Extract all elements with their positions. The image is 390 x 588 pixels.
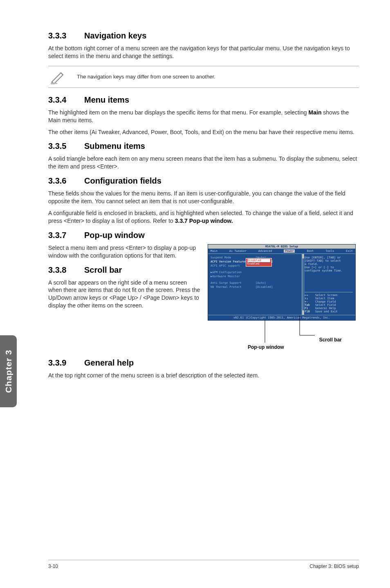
figure-labels: Scroll bar Pop-up window [208,328,359,352]
heading-335: 3.3.5Submenu items [48,141,359,151]
heading-334: 3.3.4Menu items [48,95,359,105]
bios-menubar: Main Ai Tweaker Advanced Power Boot Tool… [208,249,355,254]
heading-338: 3.3.8Scroll bar [48,265,200,275]
secnum: 3.3.6 [48,176,84,186]
heading-333: 3.3.3Navigation keys [48,31,359,40]
pencil-icon [49,70,66,84]
footer-chapter-title: Chapter 3: BIOS setup [309,563,359,569]
sectitle: General help [84,358,134,367]
bios-left-panel: Suspend Mode[Auto] ACPI Version Features… [208,254,302,315]
sectitle: Navigation keys [84,31,146,40]
chapter-tab: Chapter 3 [0,335,17,407]
bios-title: M5A78L-M BIOS Setup [208,245,355,249]
para: Select a menu item and press <Enter> to … [48,244,200,260]
sectitle: Pop-up window [84,231,145,240]
heading-336: 3.3.6Configuration fields [48,176,359,186]
popup-window-label: Pop-up window [248,344,284,350]
sectitle: Menu items [84,95,129,104]
para: The highlighted item on the menu bar dis… [48,109,359,124]
secnum: 3.3.5 [48,141,84,151]
secnum: 3.3.4 [48,95,84,105]
page-footer: 3-10 Chapter 3: BIOS setup [48,560,359,569]
heading-337: 3.3.7Pop-up window [48,231,359,240]
chapter-tab-label: Chapter 3 [4,350,13,393]
note-box: The navigation keys may differ from one … [48,66,359,88]
secnum: 3.3.3 [48,31,84,40]
para: These fields show the values for the men… [48,190,359,205]
para: At the top right corner of the menu scre… [48,372,359,379]
bios-popup: Disabled Enabled [246,258,272,267]
bios-screenshot: M5A78L-M BIOS Setup Main Ai Tweaker Adva… [208,244,359,352]
heading-339: 3.3.9General help [48,358,359,368]
para: The other items (Ai Tweaker, Advanced, P… [48,128,359,136]
para: A solid triangle before each item on any… [48,155,359,171]
para: At the bottom right corner of a menu scr… [48,45,359,60]
footer-page-number: 3-10 [48,563,58,569]
para: A configurable field is enclosed in brac… [48,209,359,225]
bios-help-panel: Use [ENTER], [TAB] or [SHIFT-TAB] to sel… [302,254,355,315]
sectitle: Scroll bar [84,265,122,274]
sectitle: Submenu items [84,141,145,150]
sectitle: Configuration fields [84,176,161,185]
para: A scroll bar appears on the right side o… [48,279,200,310]
secnum: 3.3.8 [48,265,84,275]
note-text: The navigation keys may differ from one … [77,74,215,80]
secnum: 3.3.7 [48,231,84,240]
secnum: 3.3.9 [48,358,84,368]
scroll-bar-label: Scroll bar [319,337,342,343]
